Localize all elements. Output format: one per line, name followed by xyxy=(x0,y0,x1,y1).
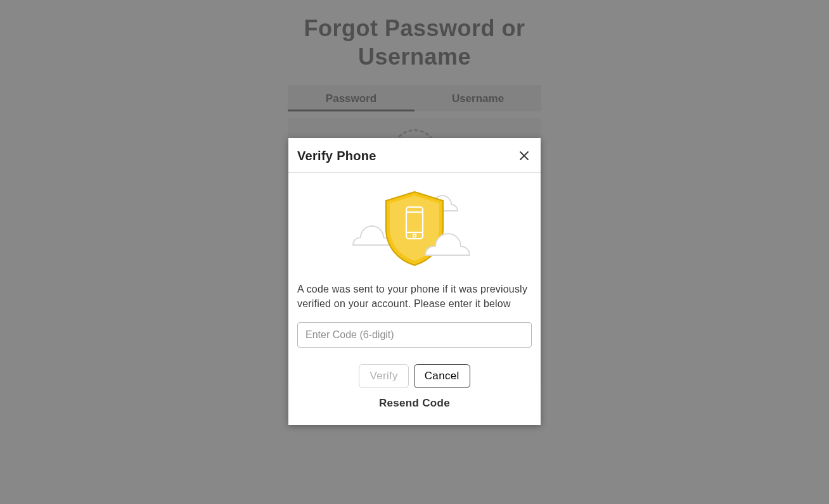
modal-header: Verify Phone xyxy=(288,138,541,173)
verify-button[interactable]: Verify xyxy=(359,364,408,388)
resend-code-link[interactable]: Resend Code xyxy=(297,397,532,410)
resend-code-label: Resend Code xyxy=(379,397,450,409)
verify-button-label: Verify xyxy=(370,370,397,382)
close-button[interactable] xyxy=(517,148,532,163)
modal-actions: Verify Cancel xyxy=(297,364,532,388)
cancel-button[interactable]: Cancel xyxy=(414,364,470,388)
code-input[interactable] xyxy=(297,322,532,348)
shield-illustration xyxy=(297,188,532,269)
modal-title: Verify Phone xyxy=(297,149,376,163)
verify-phone-modal: Verify Phone xyxy=(288,138,541,425)
modal-body: A code was sent to your phone if it was … xyxy=(288,173,541,425)
modal-overlay: Verify Phone xyxy=(0,0,829,504)
modal-instruction: A code was sent to your phone if it was … xyxy=(297,282,532,311)
close-icon xyxy=(518,150,530,161)
shield-phone-icon xyxy=(348,188,481,269)
cancel-button-label: Cancel xyxy=(425,370,459,382)
